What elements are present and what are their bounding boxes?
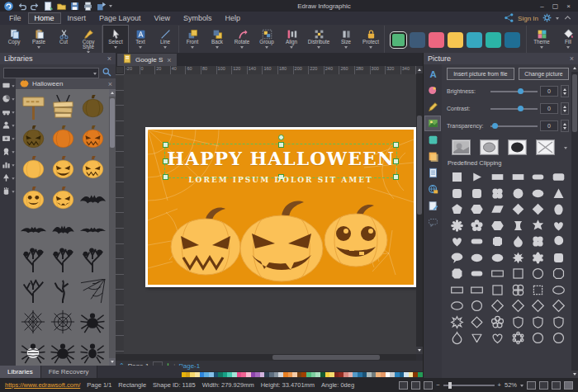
clipping-shape-pill[interactable] bbox=[528, 169, 549, 186]
select-tool-button[interactable]: Select bbox=[103, 26, 128, 54]
clipping-shape-sq[interactable] bbox=[447, 169, 467, 186]
gear-icon[interactable] bbox=[542, 12, 552, 25]
clipping-shape-tri[interactable] bbox=[548, 186, 569, 202]
line-tool-button[interactable]: Line bbox=[153, 26, 178, 54]
library-item-sign-post[interactable] bbox=[18, 92, 48, 123]
library-category-plant-icon[interactable] bbox=[2, 173, 15, 182]
slider-thumb[interactable] bbox=[518, 106, 524, 111]
fill-button[interactable]: Fill bbox=[556, 26, 578, 54]
artwork-subtitle[interactable]: LOREM IPSUM DOLOR SIT AMET bbox=[148, 176, 414, 184]
back-button[interactable]: Back bbox=[205, 26, 230, 54]
library-item-jack-orange[interactable] bbox=[78, 123, 107, 153]
library-item-jack-fangs[interactable] bbox=[48, 184, 78, 215]
text-tool-button[interactable]: Text bbox=[128, 26, 153, 54]
format-tab-comment-icon[interactable] bbox=[425, 215, 440, 229]
library-item-bat-2[interactable] bbox=[18, 215, 48, 245]
rotate-button[interactable]: Rotate bbox=[230, 26, 254, 54]
selection-handle[interactable] bbox=[393, 142, 399, 148]
clipping-shape-rect[interactable] bbox=[487, 169, 508, 186]
collapse-ribbon-icon[interactable] bbox=[562, 12, 573, 25]
clipping-shape-sq-outline[interactable] bbox=[508, 266, 528, 282]
clipping-shape-egg[interactable] bbox=[548, 201, 569, 218]
copy-style-button[interactable]: Copy Style bbox=[76, 26, 101, 54]
size-button[interactable]: Size bbox=[334, 26, 358, 54]
theme-swatch-5[interactable] bbox=[467, 32, 482, 48]
clipping-shape-ellipse-outline[interactable] bbox=[548, 282, 569, 299]
zoom-caret-icon[interactable] bbox=[520, 385, 524, 387]
format-tab-shape-icon[interactable] bbox=[425, 133, 440, 147]
clipping-shape-tear[interactable] bbox=[508, 234, 528, 250]
clipping-shape-quatre[interactable] bbox=[487, 186, 508, 202]
library-item-jack-grin[interactable] bbox=[48, 153, 78, 184]
clipping-shape-gear6[interactable] bbox=[528, 250, 549, 267]
canvas-vertical-scrollbar[interactable] bbox=[416, 66, 423, 354]
clipping-shape-hex[interactable] bbox=[487, 218, 508, 234]
library-category-shapes-icon[interactable] bbox=[2, 81, 15, 90]
format-tab-fill-icon[interactable] bbox=[425, 83, 440, 97]
clipping-shape-heart[interactable] bbox=[447, 234, 467, 250]
undo-icon[interactable] bbox=[17, 1, 27, 12]
library-item-pumpkin-dark[interactable] bbox=[78, 92, 107, 123]
save-icon[interactable] bbox=[69, 1, 80, 12]
distribute-button[interactable]: Distribute bbox=[304, 26, 334, 54]
theme-swatch-1[interactable] bbox=[391, 32, 406, 48]
library-item-bat-3[interactable] bbox=[48, 215, 78, 245]
clipping-shape-rdiam-outline[interactable] bbox=[467, 314, 488, 331]
scroll-up-icon[interactable] bbox=[416, 66, 423, 73]
slider-value[interactable]: 0 bbox=[540, 86, 558, 97]
clipping-shape-trid-outline[interactable] bbox=[467, 330, 488, 347]
protect-button[interactable]: Protect bbox=[358, 26, 383, 54]
clipping-shape-circle[interactable] bbox=[508, 186, 528, 202]
clipping-shape-diam-outline[interactable] bbox=[528, 298, 549, 314]
menu-symbols[interactable]: Symbols bbox=[177, 12, 219, 24]
library-item-tree-3[interactable] bbox=[78, 245, 107, 276]
theme-swatch-2[interactable] bbox=[410, 32, 425, 48]
library-item-spider-3[interactable] bbox=[78, 337, 107, 366]
clipping-shape-rect-outline[interactable] bbox=[467, 282, 488, 299]
clipping-shape-shield-outline[interactable] bbox=[528, 314, 549, 331]
library-item-spider-2[interactable] bbox=[48, 337, 78, 366]
zoom-level[interactable]: 52% bbox=[505, 381, 517, 389]
close-button[interactable]: × bbox=[562, 2, 575, 11]
scroll-up-icon[interactable] bbox=[109, 89, 116, 97]
tab-file-recovery[interactable]: File Recovery bbox=[41, 366, 97, 378]
clipping-shape-gear6-outline[interactable] bbox=[508, 330, 528, 347]
clipping-shape-plaque[interactable] bbox=[487, 234, 508, 250]
library-item-spider-white[interactable] bbox=[18, 337, 48, 366]
slider-value[interactable]: 0 bbox=[540, 120, 558, 131]
library-category-chart-icon[interactable] bbox=[2, 160, 15, 169]
slider-stepper[interactable] bbox=[561, 120, 569, 132]
library-search-input[interactable] bbox=[3, 68, 99, 78]
halloween-artwork-page[interactable]: HAPPY HALLOWEEN LOREM IPSUM DOLOR SIT AM… bbox=[145, 127, 416, 287]
picture-panel-scrollbar[interactable] bbox=[571, 64, 578, 378]
fit-page-icon[interactable] bbox=[527, 381, 536, 390]
share-icon[interactable] bbox=[504, 12, 514, 25]
library-item-jack-smile[interactable] bbox=[18, 184, 48, 215]
edrawsoft-link[interactable]: https://www.edrawsoft.com/ bbox=[5, 381, 80, 389]
clipping-shape-diam-outline[interactable] bbox=[548, 298, 569, 314]
clipping-shape-heart-outline[interactable] bbox=[487, 330, 508, 347]
page-view-icon[interactable] bbox=[411, 381, 420, 390]
clipping-shape-circle-outline[interactable] bbox=[548, 330, 569, 347]
library-item-web-corner[interactable] bbox=[78, 276, 107, 306]
picture-close-icon[interactable]: × bbox=[570, 54, 574, 63]
slider-stepper[interactable] bbox=[561, 85, 569, 97]
format-tab-text-icon[interactable]: A bbox=[425, 67, 440, 81]
clipping-shape-tear-outline[interactable] bbox=[447, 330, 467, 347]
quick-access-caret-icon[interactable] bbox=[109, 5, 112, 7]
libraries-close-icon[interactable]: × bbox=[107, 54, 111, 63]
normal-view-icon[interactable] bbox=[399, 381, 408, 390]
library-category-photo-icon[interactable] bbox=[2, 134, 15, 143]
clipping-shape-speech[interactable] bbox=[447, 250, 467, 267]
scroll-down-icon[interactable] bbox=[416, 347, 423, 354]
clipping-shape-ellipse-outline[interactable] bbox=[447, 298, 467, 314]
slider-stepper[interactable] bbox=[561, 102, 569, 115]
effects-caret-icon[interactable] bbox=[564, 147, 567, 149]
selection-handle[interactable] bbox=[163, 142, 168, 148]
library-category-people-icon[interactable] bbox=[2, 120, 15, 130]
clipping-shape-circle-outline[interactable] bbox=[467, 298, 488, 314]
menu-help[interactable]: Help bbox=[218, 12, 247, 24]
slider-track[interactable] bbox=[490, 91, 538, 92]
effect-none-thumbnail[interactable] bbox=[536, 139, 555, 155]
canvas-viewport[interactable]: HAPPY HALLOWEEN LOREM IPSUM DOLOR SIT AM… bbox=[124, 74, 416, 354]
